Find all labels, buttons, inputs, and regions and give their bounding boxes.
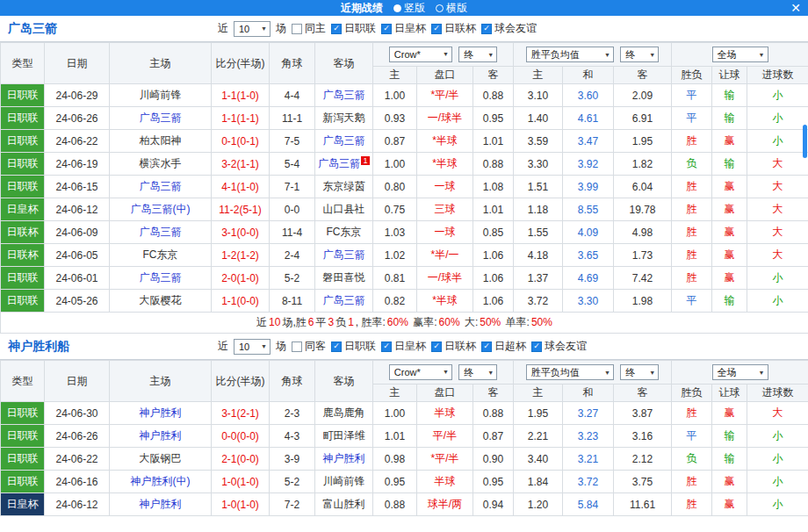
away-team[interactable]: 富山胜利 [315,493,373,516]
handicap-result: 输 [712,448,747,471]
home-team[interactable]: FC东京 [110,244,212,267]
checkbox-checked-icon: ✓ [331,24,342,34]
europe-odds-select[interactable]: 胜平负均值▼ [526,47,614,62]
away-team[interactable]: 神户胜利 [315,448,373,471]
league-filter-checkbox[interactable]: ✓日联杯 [431,339,476,354]
summary-part: 60% [439,316,460,328]
europe-draw-odds: 3.21 [563,448,614,471]
home-team[interactable]: 广岛三箭(中) [110,198,212,221]
home-team[interactable]: 广岛三箭 [110,107,212,130]
goals-result: 小 [747,471,808,493]
col-date: 日期 [45,361,110,402]
subcol-asia-away: 客 [473,385,514,402]
result-wdl: 胜 [672,221,712,244]
asia-home-odds: 0.87 [373,130,417,153]
asia-final-select[interactable]: 终▼ [458,47,497,62]
match-date: 24-06-19 [45,153,110,176]
home-team[interactable]: 横滨水手 [110,153,212,176]
europe-final-value: 终 [625,366,635,379]
europe-final-select[interactable]: 终▼ [620,47,659,62]
away-team[interactable]: 川崎前锋 [315,471,373,493]
league-filter-checkbox[interactable]: ✓日超杯 [481,339,526,354]
home-team[interactable]: 神户胜利 [110,425,212,448]
away-team[interactable]: 东京绿茵 [315,176,373,198]
europe-home-odds: 3.59 [514,130,563,153]
home-team[interactable]: 大阪钢巴 [110,448,212,471]
league-filter-checkbox[interactable]: ✓日职联 [331,21,376,36]
games-label: 场 [276,21,286,36]
layout-radio-horizontal[interactable]: 横版 [436,1,467,16]
subcol-result: 胜负 [672,67,712,84]
away-team[interactable]: 广岛三箭 [315,290,373,313]
away-team[interactable]: 磐田喜悦 [315,267,373,290]
summary-part: 50% [531,316,552,328]
table-row: 日职联24-06-22柏太阳神0-1(0-1)7-5广岛三箭0.87*半球1.0… [1,130,808,153]
fullmatch-select[interactable]: 全场▼ [712,47,768,62]
asia-handicap: *半/一 [417,244,473,267]
result-wdl: 胜 [672,267,712,290]
home-team[interactable]: 神户胜利 [110,493,212,516]
match-count-select[interactable]: 10▼ [234,21,271,37]
result-wdl: 胜 [672,198,712,221]
league-filter-checkbox[interactable]: ✓球会友谊 [531,339,587,354]
europe-odds-select[interactable]: 胜平负均值▼ [526,364,614,380]
league-filter-checkbox[interactable]: ✓日联杯 [431,21,476,36]
league-filter-checkbox[interactable]: ✓日皇杯 [381,339,426,354]
away-team[interactable]: 新泻天鹅 [315,107,373,130]
table-row: 日皇杯24-06-12广岛三箭(中)11-2(5-1)0-0山口县社0.75三球… [1,198,808,221]
caret-down-icon: ▼ [487,370,494,376]
same-venue-checkbox[interactable]: 同客 [292,339,326,354]
league-filter-label: 日皇杯 [394,21,426,36]
caret-down-icon: ▼ [759,52,765,58]
away-team[interactable]: 广岛三箭 [315,244,373,267]
europe-away-odds: 6.04 [614,176,672,198]
col-corner: 角球 [270,361,315,402]
asia-final-select[interactable]: 终▼ [458,364,497,380]
subcol-europe-home: 主 [514,385,563,402]
asia-handicap: 一球 [417,221,473,244]
table-row: 日职联24-06-30神户胜利3-1(2-1)2-3鹿岛鹿角1.00半球0.88… [1,402,808,425]
fullmatch-select[interactable]: 全场▼ [712,364,768,380]
odds-company-select[interactable]: Crow*▼ [389,364,452,380]
match-count-select[interactable]: 10▼ [234,339,271,355]
subcol-handicap-result: 让球 [712,67,747,84]
away-team[interactable]: 广岛三箭 [315,84,373,107]
section-header: 广岛三箭 近10▼场同主✓日职联✓日皇杯✓日联杯✓球会友谊 [0,16,808,42]
col-type: 类型 [1,43,45,84]
away-team[interactable]: 广岛三箭 [315,130,373,153]
same-venue-checkbox[interactable]: 同主 [292,21,326,36]
league-type-badge: 日皇杯 [1,493,45,516]
handicap-result: 赢 [712,471,747,493]
away-team[interactable]: 广岛三箭1 [315,153,373,176]
home-team[interactable]: 神户胜利(中) [110,471,212,493]
home-team[interactable]: 大阪樱花 [110,290,212,313]
caret-down-icon: ▼ [261,343,267,349]
home-team[interactable]: 广岛三箭 [110,221,212,244]
home-team[interactable]: 川崎前锋 [110,84,212,107]
league-type-badge: 日职联 [1,471,45,493]
europe-final-select[interactable]: 终▼ [620,364,659,380]
home-team[interactable]: 广岛三箭 [110,176,212,198]
odds-company-select[interactable]: Crow*▼ [389,47,452,62]
europe-home-odds: 1.18 [514,198,563,221]
result-wdl: 胜 [672,244,712,267]
vertical-scrollbar-thumb[interactable] [803,125,807,158]
away-team[interactable]: 鹿岛鹿角 [315,402,373,425]
home-team[interactable]: 柏太阳神 [110,130,212,153]
goals-result: 小 [747,84,808,107]
close-icon[interactable]: ✕ [790,0,801,16]
subcol-handicap: 盘口 [417,385,473,402]
league-filter-checkbox[interactable]: ✓日职联 [331,339,376,354]
layout-radio-vertical[interactable]: 竖版 [393,1,425,16]
away-team[interactable]: 山口县社 [315,198,373,221]
home-team[interactable]: 神户胜利 [110,402,212,425]
europe-final-value: 终 [625,48,635,61]
europe-draw-odds: 3.27 [563,402,614,425]
league-type-badge: 日联杯 [1,244,45,267]
league-filter-checkbox[interactable]: ✓日皇杯 [381,21,426,36]
home-team[interactable]: 广岛三箭 [110,267,212,290]
league-filter-checkbox[interactable]: ✓球会友谊 [481,21,537,36]
away-team[interactable]: FC东京 [315,221,373,244]
result-wdl: 平 [672,425,712,448]
away-team[interactable]: 町田泽维 [315,425,373,448]
